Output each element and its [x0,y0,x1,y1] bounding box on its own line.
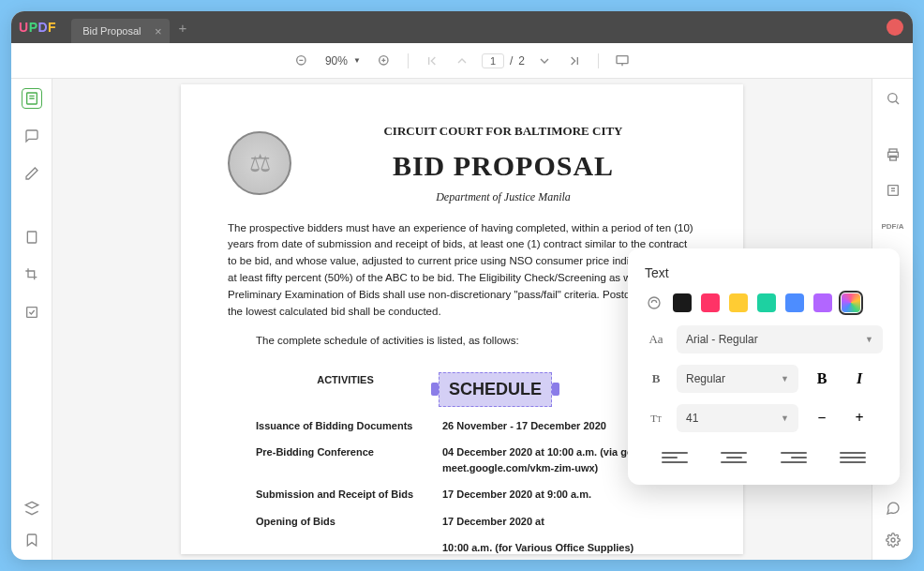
color-swatch-blue[interactable] [785,293,804,312]
ocr-icon[interactable] [883,180,903,201]
font-label-icon: Aa [645,332,667,347]
bookmark-icon[interactable] [22,530,42,550]
document-tab[interactable]: Bid Proposal × [71,19,169,43]
align-left-button[interactable] [662,447,688,468]
document-title: BID PROPOSAL [310,144,696,187]
settings-icon[interactable] [883,530,903,550]
last-page-button[interactable] [564,51,585,71]
font-row: Aa Arial - Regular▼ [645,325,883,353]
print-icon[interactable] [883,144,903,165]
department-name: Department of Justice Manila [310,188,696,205]
tab-title: Bid Proposal [82,25,141,37]
svg-point-23 [891,538,895,542]
panel-title: Text [645,265,883,280]
resize-handle-right[interactable] [552,383,559,396]
titlebar: UPDF Bid Proposal × + [11,11,913,43]
add-tab-button[interactable]: + [179,20,187,36]
document-body: The prospective bidders must have an exp… [228,220,696,321]
crop-tool[interactable] [22,264,42,285]
align-center-button[interactable] [721,447,747,468]
font-size-select[interactable]: 41▼ [677,404,798,432]
activities-header: ACTIVITIES [228,367,439,413]
bold-label-icon: B [645,371,667,386]
svg-line-16 [895,101,898,104]
prev-page-button[interactable] [452,51,472,71]
color-swatch-yellow[interactable] [729,293,748,312]
size-row: TT 41▼ − + [645,404,883,432]
table-row: 10:00 a.m. (for Various Office Supplies) [228,534,696,560]
court-name: CIRCUIT COURT FOR BALTIMORE CITY [310,122,696,141]
text-properties-panel: Text Aa Arial - Regular▼ B Regular▼ B I … [628,248,900,485]
reader-tool[interactable] [22,88,42,109]
color-swatch-purple[interactable] [813,293,832,312]
page-indicator: 1 / 2 [482,53,525,68]
decrease-size-button[interactable]: − [808,404,836,432]
total-pages: 2 [518,54,525,68]
edit-tool[interactable] [22,163,42,184]
color-swatch-custom[interactable] [842,293,860,312]
svg-rect-12 [27,232,36,243]
court-seal-icon: ⚖ [228,131,291,195]
resize-handle-left[interactable] [431,383,439,396]
top-toolbar: 90% ▼ 1 / 2 [11,43,913,79]
zoom-in-button[interactable] [374,51,395,71]
zoom-out-button[interactable] [291,51,312,71]
color-swatch-black[interactable] [673,293,692,312]
next-page-button[interactable] [534,51,555,71]
user-avatar[interactable] [887,19,903,36]
form-tool[interactable] [22,302,42,323]
zoom-value: 90% [325,54,348,68]
table-row: Issuance of Bidding Documents26 November… [228,413,696,440]
color-picker-icon[interactable] [645,293,663,312]
page-tool[interactable] [22,227,42,248]
increase-size-button[interactable]: + [845,404,873,432]
table-row: Opening of Bids17 December 2020 at [228,508,696,535]
table-row: Pre-Bidding Conference04 December 2020 a… [228,439,696,481]
color-swatch-pink[interactable] [701,293,720,312]
color-row [645,293,883,312]
bold-button[interactable]: B [808,365,836,393]
presentation-button[interactable] [612,51,633,71]
svg-point-15 [887,94,896,102]
layers-icon[interactable] [22,498,42,518]
align-right-button[interactable] [781,447,807,468]
svg-rect-13 [26,308,37,318]
table-row: Submission and Receipt of Bids17 Decembe… [228,481,696,508]
size-label-icon: TT [645,413,667,424]
schedule-header-text: SCHEDULE [449,380,542,398]
svg-rect-7 [617,55,628,63]
font-weight-select[interactable]: Regular▼ [677,365,798,393]
alignment-row [645,443,883,468]
schedule-table: ACTIVITIES SCHEDULE Issuance of Bidding … [228,367,696,560]
svg-point-24 [648,297,660,308]
current-page-input[interactable]: 1 [482,53,504,68]
search-icon[interactable] [883,88,903,109]
close-tab-icon[interactable]: × [155,24,162,38]
schedule-text-selection[interactable]: SCHEDULE [439,372,552,407]
color-swatch-teal[interactable] [757,293,776,312]
pdfa-icon[interactable]: PDF/A [883,216,903,236]
weight-row: B Regular▼ B I [645,365,883,393]
first-page-button[interactable] [422,51,442,71]
italic-button[interactable]: I [845,365,873,393]
document-header: ⚖ CIRCUIT COURT FOR BALTIMORE CITY BID P… [228,122,696,205]
font-family-select[interactable]: Arial - Regular▼ [677,325,883,353]
zoom-dropdown[interactable]: 90% ▼ [321,54,365,68]
chat-icon[interactable] [883,498,903,518]
svg-marker-14 [25,502,37,508]
comment-tool[interactable] [22,126,42,146]
align-justify-button[interactable] [840,447,866,468]
left-sidebar [11,79,52,560]
app-logo: UPDF [19,20,56,35]
